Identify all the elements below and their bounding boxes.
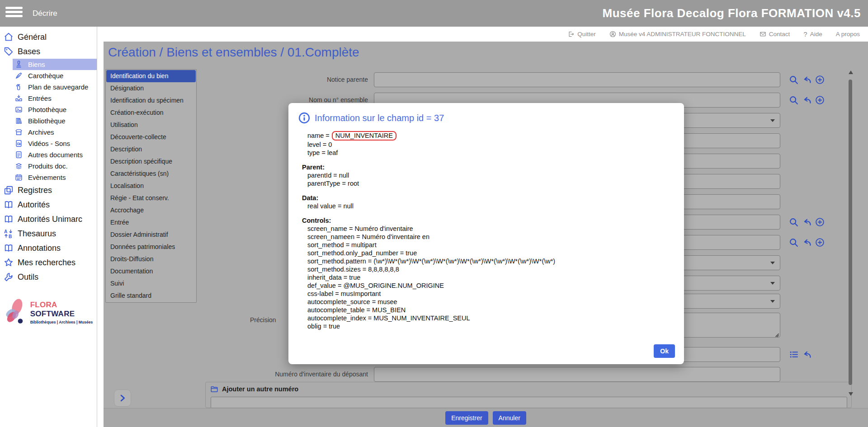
section-tab-documentation[interactable]: Documentation (106, 265, 196, 277)
sidebar-item-outils[interactable]: Outils (0, 270, 97, 284)
sidebar-item-g-n-ral[interactable]: Général (0, 30, 97, 44)
add-icon[interactable] (815, 75, 825, 84)
search-icon[interactable] (789, 238, 798, 247)
sidebar-item-phototh-que[interactable]: Photothèque (0, 104, 97, 115)
modal-property-line: sort_method.only_pad_number = true (302, 249, 673, 257)
search-icon[interactable] (789, 217, 798, 227)
highlighted-value: NUM_INVENTAIRE (332, 131, 396, 141)
sidebar-item-biblioth-que[interactable]: Bibliothèque (0, 115, 97, 127)
hamburger-menu-icon[interactable] (5, 7, 24, 20)
scroll-up-arrow[interactable] (849, 70, 853, 74)
question-icon: ? (803, 31, 807, 38)
modal-property-line: sort_method.pattern = (\w*)\W*(\w*)\W*(\… (302, 257, 673, 265)
modal-property-line: autocomplete_index = MUS_NUM_INVENTAIRE_… (302, 314, 673, 322)
sidebar-item-autorit-s[interactable]: Autorités (0, 197, 97, 212)
scroll-down-arrow[interactable] (849, 392, 853, 396)
chevron-down-icon (770, 282, 775, 285)
undo-icon[interactable] (802, 75, 811, 84)
sidebar-item-caroth-que[interactable]: Carothèque (0, 70, 97, 81)
scrollbar-thumb[interactable] (849, 80, 852, 385)
sidebar-item-autres-documents[interactable]: Autres documents (0, 149, 97, 160)
add-icon[interactable] (815, 238, 825, 247)
butterfly-logo-icon (3, 296, 28, 328)
vertical-scrollbar[interactable] (848, 69, 854, 399)
resize-handle[interactable] (775, 332, 779, 337)
modal-property-line: type = leaf (302, 149, 673, 157)
sidebar-item-registres[interactable]: Registres (0, 183, 97, 197)
sidebar-item-entr-es[interactable]: Entrées (0, 93, 97, 104)
sidebar-item-archives[interactable]: Archives (0, 127, 97, 138)
app-header: Décrire Musée Flora Decalog Flora FORMAT… (0, 0, 868, 27)
logo-brand: FLORA SOFTWARE (30, 300, 95, 319)
section-tab-description-sp-cifique[interactable]: Description spécifique (106, 155, 196, 168)
modal-property-line: inherit_data = true (302, 273, 673, 282)
modal-property-line: screen_nameen = Numéro d'inventaire en (302, 233, 673, 241)
field-label: Notice parente (241, 76, 368, 83)
modal-section-heading: Controls: (302, 216, 673, 225)
search-icon[interactable] (789, 95, 798, 105)
section-tab-grille-standard[interactable]: Grille standard (106, 290, 196, 302)
section-tab-dossier-administratif[interactable]: Dossier Administratif (106, 229, 196, 241)
toplink-aide[interactable]: ?Aide (803, 31, 822, 38)
text-field[interactable] (374, 72, 780, 87)
undo-icon[interactable] (802, 238, 811, 247)
sidebar-item-ev-nements[interactable]: Evènements (0, 172, 97, 183)
box-icon (15, 128, 23, 136)
ok-button[interactable]: Ok (654, 344, 675, 358)
section-tab-identification-du-sp-cimen[interactable]: Identification du spécimen (106, 94, 196, 107)
sidebar-item-plan-de-sauvegarde[interactable]: Plan de sauvegarde (0, 81, 97, 93)
sidebar-item-produits-doc-[interactable]: Produits doc. (0, 160, 97, 172)
section-tab-d-signation[interactable]: Désignation (106, 82, 196, 94)
sidebar-item-bases[interactable]: Bases (0, 44, 97, 59)
section-tab-donn-es-patrimoniales[interactable]: Données patrimoniales (106, 241, 196, 253)
list-icon[interactable] (789, 350, 798, 359)
modal-body: name = NUM_INVENTAIRElevel = 0type = lea… (288, 124, 684, 330)
toplink-contact[interactable]: Contact (760, 31, 790, 38)
section-tab-droits-diffusion[interactable]: Droits-Diffusion (106, 253, 196, 265)
section-tab-cr-ation-ex-cution[interactable]: Création-exécution (106, 107, 196, 119)
sidebar-item-annotations[interactable]: Annotations (0, 241, 97, 255)
undo-icon[interactable] (802, 217, 811, 227)
modal-property-line: css-label = musImportant (302, 290, 673, 298)
add-icon[interactable] (815, 95, 825, 105)
section-tab-description[interactable]: Description (106, 143, 196, 155)
section-tab-identification-du-bien[interactable]: Identification du bien (106, 70, 196, 82)
section-tab-entr-e[interactable]: Entrée (106, 216, 196, 229)
additional-number-field[interactable] (211, 397, 847, 408)
sidebar-item-vid-os-sons[interactable]: Vidéos - Sons (0, 138, 97, 149)
toplink-mus-e-v4-administrateur-fonctionnel[interactable]: Musée v4 ADMINISTRATEUR FONCTIONNEL (609, 31, 746, 38)
home-icon (4, 32, 14, 42)
add-icon[interactable] (815, 217, 825, 227)
sort-ab-icon: AB (4, 229, 14, 239)
top-links-bar: QuitterMusée v4 ADMINISTRATEUR FONCTIONN… (98, 27, 868, 42)
sidebar-item-biens[interactable]: Biens (13, 59, 97, 70)
modal-property-line: name = NUM_INVENTAIRE (302, 131, 673, 141)
books-icon (15, 117, 23, 125)
collapse-panel-button[interactable] (114, 389, 131, 407)
undo-icon[interactable] (802, 350, 811, 359)
section-tab-accrochage[interactable]: Accrochage (106, 204, 196, 216)
undo-icon[interactable] (802, 95, 811, 105)
mail-icon (760, 31, 766, 38)
add-number-label[interactable]: Ajouter un autre numéro (222, 385, 298, 393)
section-tab-suivi[interactable]: Suivi (106, 277, 196, 290)
section-tab-d-couverte-collecte[interactable]: Découverte-collecte (106, 131, 196, 143)
section-tab-utilisation[interactable]: Utilisation (106, 119, 196, 131)
cancel-button[interactable]: Annuler (493, 411, 526, 425)
section-tab-caract-ristiques-sn-[interactable]: Caractéristiques (sn) (106, 168, 196, 180)
toplink-quitter[interactable]: Quitter (568, 31, 596, 38)
sidebar-item-autorit-s-unimarc[interactable]: Autorités Unimarc (0, 212, 97, 226)
field-label: Précision (250, 316, 276, 324)
section-tab-r-gie-etat-conserv-[interactable]: Régie - Etat conserv. (106, 192, 196, 204)
sidebar-item-mes-recherches[interactable]: Mes recherches (0, 255, 97, 270)
sidebar-item-thesaurus[interactable]: ABThesaurus (0, 226, 97, 241)
save-button[interactable]: Enregistrer (445, 411, 488, 425)
section-tab-localisation[interactable]: Localisation (106, 180, 196, 192)
svg-text:A: A (4, 229, 8, 234)
feather-icon (15, 72, 23, 80)
search-icon[interactable] (789, 75, 798, 84)
toplink-a-propos[interactable]: A propos (836, 31, 860, 38)
text-field[interactable] (374, 367, 780, 382)
chevron-right-icon (118, 394, 127, 402)
page-title: Création / Biens et ensembles / 01.Compl… (108, 45, 359, 60)
